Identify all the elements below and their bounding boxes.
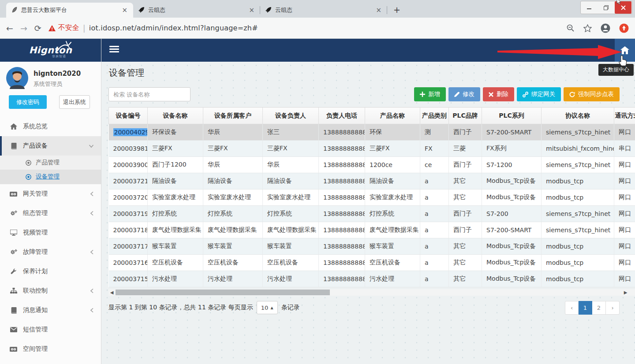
sidebar-item[interactable]: 故障管理 <box>0 242 101 262</box>
username: hignton2020 <box>34 70 81 78</box>
forward-button[interactable]: → <box>20 23 27 33</box>
table-row[interactable]: 200003721隔油设备隔油设备隔油设备13888888888隔油设备a其它M… <box>109 173 635 189</box>
table-row[interactable]: 200003717猴车装置猴车装置猴车装置13888888888猴车装置a其它M… <box>109 238 635 255</box>
summary-suffix: 条记录 <box>281 304 300 312</box>
sidebar-item[interactable]: 空间管理 <box>0 339 101 359</box>
close-button[interactable] <box>615 1 631 14</box>
table-cell: 污水处理 <box>203 271 263 287</box>
bookmark-star-icon[interactable] <box>583 24 592 32</box>
brand-logo[interactable]: Hignton 华辰智通 <box>0 39 101 62</box>
table-cell: S7-200 <box>482 206 542 222</box>
sidebar-item[interactable]: 消息通知 <box>0 301 101 320</box>
column-header[interactable]: 产品名称 <box>365 108 420 124</box>
column-header[interactable]: PLC品牌 <box>449 108 482 124</box>
device-table: 设备编号设备名称设备所属客户设备负责人负责人电话产品名称产品类别PLC品牌PLC… <box>108 107 635 287</box>
table-cell: 串口 <box>614 141 635 157</box>
page-prev-button[interactable]: ‹ <box>565 301 579 315</box>
column-header[interactable]: 通讯方式 <box>614 108 635 124</box>
profile-avatar-icon[interactable] <box>601 23 610 33</box>
sidebar-item[interactable]: 保养计划 <box>0 262 101 281</box>
column-header[interactable]: 设备名称 <box>148 108 203 124</box>
sidebar-toggle-button[interactable] <box>109 46 119 54</box>
new-tab-button[interactable]: + <box>391 4 403 16</box>
tab-title: 云组态 <box>275 6 371 14</box>
bigdata-home-button[interactable] <box>615 39 635 62</box>
sidebar-item-label: 网关管理 <box>23 190 48 198</box>
sidebar-submenu: 产品管理设备管理 <box>0 156 101 184</box>
minimize-button[interactable] <box>581 1 598 14</box>
reload-button[interactable]: ⟳ <box>34 23 41 33</box>
horizontal-scrollbar[interactable]: ◀ ▶ <box>108 289 635 296</box>
browser-menu-icon[interactable] <box>619 23 629 33</box>
chevron-left-icon <box>90 288 94 293</box>
sidebar-subitem[interactable]: 产品管理 <box>0 156 101 170</box>
scrollbar-thumb[interactable] <box>116 290 330 295</box>
table-cell: siemens_s7tcp_hinet <box>542 157 614 173</box>
browser-address-bar: ← → ⟳ 不安全 | iot.idosp.net/admin/index.ht… <box>0 18 635 39</box>
toolbar-button-label: 绑定网关 <box>531 90 555 98</box>
table-cell: 网口 <box>614 206 635 222</box>
url-box[interactable]: 不安全 | iot.idosp.net/admin/index.html?lan… <box>49 23 560 33</box>
cursor-arrow-icon <box>616 0 622 5</box>
table-cell: siemens_s7tcp_hinet <box>542 206 614 222</box>
search-input[interactable] <box>108 87 190 101</box>
table-cell: 200003720 <box>109 189 148 206</box>
column-header[interactable]: PLC系列 <box>482 108 542 124</box>
column-header[interactable]: 产品类别 <box>420 108 449 124</box>
table-cell: 其它 <box>449 238 482 255</box>
toolbar-button[interactable]: 删除 <box>483 87 514 101</box>
page-number-button[interactable]: 2 <box>592 301 606 315</box>
table-row[interactable]: 200003719灯控系统灯控系统灯控系统13888888888灯控系统a西门子… <box>109 206 635 222</box>
sidebar-item[interactable]: 短信管理 <box>0 320 101 339</box>
tab-close-icon[interactable]: × <box>374 6 383 14</box>
browser-tab[interactable]: 云组态× <box>133 3 260 18</box>
toolbar-button[interactable]: 新增 <box>414 87 446 101</box>
scroll-right-arrow[interactable]: ▶ <box>622 289 629 296</box>
column-header[interactable]: 设备所属客户 <box>203 108 263 124</box>
table-row[interactable]: 200003720实验室废水处理实验室废水处理实验室废水处理1388888888… <box>109 189 635 206</box>
table-row[interactable]: 200004029环保设备华辰张三13888888888环保测西门子S7-200… <box>109 124 635 141</box>
change-password-button[interactable]: 修改密码 <box>9 95 47 109</box>
browser-tab[interactable]: 思普云大数据平台× <box>6 3 133 18</box>
toolbar-button[interactable]: 强制同步点表 <box>564 87 620 101</box>
tab-close-icon[interactable]: × <box>247 6 256 14</box>
toolbar-button[interactable]: 修改 <box>448 87 480 101</box>
table-cell: S7-1200 <box>482 157 542 173</box>
sidebar-subitem[interactable]: 设备管理 <box>0 170 101 184</box>
column-header[interactable]: 协议名称 <box>542 108 614 124</box>
sidebar-item[interactable]: 联动控制 <box>0 281 101 301</box>
table-row[interactable]: 200003981三菱FX三菱FX三菱FX13888888888三菱FXFX三菱… <box>109 141 635 157</box>
table-row[interactable]: 200003718废气处理数据采集废气处理数据采集废气处理数据采集1388888… <box>109 222 635 238</box>
table-cell: 测 <box>420 124 449 141</box>
column-header[interactable]: 设备编号 <box>109 108 148 124</box>
sidebar-item[interactable]: 网关管理 <box>0 184 101 204</box>
tab-close-icon[interactable]: × <box>120 6 129 14</box>
back-button[interactable]: ← <box>6 23 13 33</box>
book-icon <box>10 307 17 314</box>
toolbar-button[interactable]: 绑定网关 <box>517 87 561 101</box>
page-size-value: 10 <box>261 305 269 311</box>
sidebar-item[interactable]: 视频管理 <box>0 223 101 242</box>
table-cell: 环保 <box>365 124 420 141</box>
page-size-dropdown[interactable]: 10 ▲ <box>257 301 278 314</box>
table-row[interactable]: 200003900西门子1200华辰华辰138888888881200cece西… <box>109 157 635 173</box>
logout-button[interactable]: 退出系统 <box>59 95 90 109</box>
table-cell: FX <box>420 141 449 157</box>
column-header[interactable]: 负责人电话 <box>319 108 365 124</box>
page-number-button[interactable]: 1 <box>579 301 592 315</box>
page-next-button[interactable]: › <box>606 301 620 315</box>
table-cell: 西门子 <box>449 157 482 173</box>
table-cell: 网口 <box>614 271 635 287</box>
scroll-left-arrow[interactable]: ◀ <box>108 289 115 296</box>
table-row[interactable]: 200003715污水处理污水处理污水处理13888888888污水处理a其它M… <box>109 271 635 287</box>
sidebar-item[interactable]: 组态管理 <box>0 204 101 223</box>
security-warning[interactable]: 不安全 <box>49 23 79 33</box>
zoom-icon[interactable] <box>567 24 575 32</box>
user-avatar[interactable] <box>6 67 28 89</box>
restore-button[interactable] <box>598 1 614 14</box>
sidebar-item[interactable]: 系统总览 <box>0 117 101 136</box>
column-header[interactable]: 设备负责人 <box>263 108 319 124</box>
browser-tab[interactable]: 云组态× <box>260 3 387 18</box>
table-row[interactable]: 200003716空压机设备空压机设备空压机设备13888888888空压机设备… <box>109 255 635 271</box>
sidebar-item[interactable]: 产品设备 <box>0 136 101 156</box>
